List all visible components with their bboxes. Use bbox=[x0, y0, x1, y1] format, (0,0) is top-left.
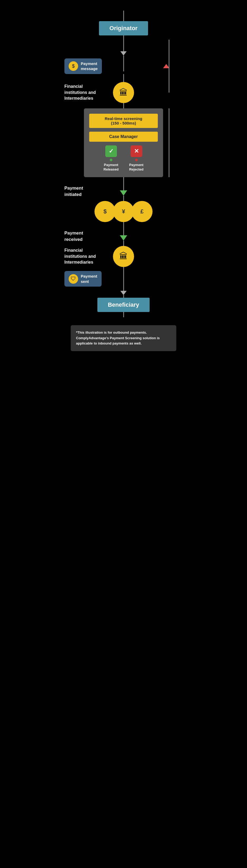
footer-note: *This illustration is for outbound payme… bbox=[71, 325, 176, 351]
rejected-x: ✕ bbox=[131, 146, 142, 157]
rejected-label: Payment Rejected bbox=[129, 163, 143, 172]
bank-circle-2: 🏛 bbox=[113, 246, 134, 267]
payment-sent-text: Payment sent bbox=[81, 274, 97, 284]
originator-label: Originator bbox=[109, 25, 138, 31]
released-dot bbox=[110, 159, 112, 161]
dollar-circle: $ bbox=[95, 201, 115, 222]
footer-text: *This illustration is for outbound payme… bbox=[76, 331, 160, 346]
payment-initiated-label: Payment initiated bbox=[64, 185, 83, 198]
currency-group: $ ¥ £ bbox=[95, 201, 152, 222]
arrow-down-beneficiary bbox=[120, 291, 127, 295]
beneficiary-box: Beneficiary bbox=[97, 298, 150, 312]
financial-label-1: Financial institutions and Intermediarie… bbox=[64, 84, 96, 101]
released-checkmark: ✓ bbox=[105, 146, 117, 157]
pound-circle: £ bbox=[132, 201, 152, 222]
shield-icon: 🛡 bbox=[69, 274, 78, 284]
bank-circle-1: 🏛 bbox=[113, 82, 134, 103]
arrow-down-payment-initiated bbox=[120, 190, 127, 196]
payment-message-badge: $ Payment message bbox=[64, 58, 102, 74]
yen-circle: ¥ bbox=[113, 201, 134, 222]
payment-released: ✓ Payment Released bbox=[103, 146, 118, 172]
bank-icon-2: 🏛 bbox=[119, 251, 128, 261]
payment-rejected: ✕ Payment Rejected bbox=[129, 146, 143, 172]
case-manager-label: Case Manager bbox=[89, 132, 158, 142]
payment-message-text: Payment message bbox=[81, 61, 98, 71]
decision-row: ✓ Payment Released ✕ Payment Rejected bbox=[103, 146, 143, 172]
released-label: Payment Released bbox=[103, 163, 118, 172]
originator-box: Originator bbox=[99, 21, 148, 35]
bank-icon-1: 🏛 bbox=[119, 88, 128, 98]
arrow-down-payment-received bbox=[120, 235, 127, 241]
screening-box: Real-time screening (150 - 500ms) Case M… bbox=[84, 108, 163, 177]
arrow-down-originator bbox=[120, 51, 127, 56]
beneficiary-label: Beneficiary bbox=[108, 301, 139, 308]
financial-label-2: Financial institutions and Intermediarie… bbox=[64, 247, 96, 265]
screening-label: Real-time screening (150 - 500ms) bbox=[89, 114, 158, 128]
rejected-dot bbox=[135, 159, 138, 161]
payment-received-label: Payment received bbox=[64, 230, 83, 243]
dollar-icon: $ bbox=[69, 61, 78, 71]
payment-sent-badge: 🛡 Payment sent bbox=[64, 271, 102, 287]
